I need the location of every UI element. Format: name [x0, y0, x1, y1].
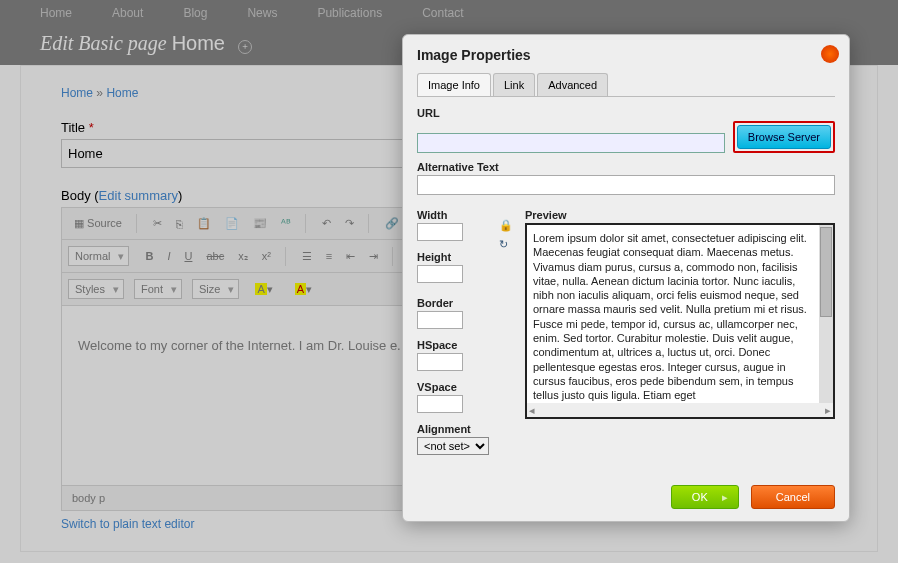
- url-input[interactable]: [417, 133, 725, 153]
- browse-highlight: Browse Server: [733, 121, 835, 153]
- vspace-input[interactable]: [417, 395, 463, 413]
- hspace-label: HSpace: [417, 339, 487, 351]
- scrollbar-vertical[interactable]: [819, 225, 833, 403]
- close-icon[interactable]: [821, 45, 839, 63]
- cancel-button[interactable]: Cancel: [751, 485, 835, 509]
- hspace-input[interactable]: [417, 353, 463, 371]
- tab-advanced[interactable]: Advanced: [537, 73, 608, 96]
- alignment-label: Alignment: [417, 423, 487, 435]
- browse-server-button[interactable]: Browse Server: [737, 125, 831, 149]
- border-label: Border: [417, 297, 487, 309]
- height-input[interactable]: [417, 265, 463, 283]
- tab-image-info[interactable]: Image Info: [417, 73, 491, 96]
- border-input[interactable]: [417, 311, 463, 329]
- width-input[interactable]: [417, 223, 463, 241]
- preview-label: Preview: [525, 209, 835, 221]
- url-label: URL: [417, 107, 835, 119]
- dialog-title: Image Properties: [417, 47, 835, 63]
- preview-area: Lorem ipsum dolor sit amet, consectetuer…: [525, 223, 835, 419]
- alt-input[interactable]: [417, 175, 835, 195]
- tab-link[interactable]: Link: [493, 73, 535, 96]
- lock-icon[interactable]: 🔒: [499, 219, 513, 232]
- image-properties-dialog: Image Properties Image Info Link Advance…: [402, 34, 850, 522]
- alt-label: Alternative Text: [417, 161, 835, 173]
- ok-button[interactable]: OK: [671, 485, 739, 509]
- vspace-label: VSpace: [417, 381, 487, 393]
- reset-icon[interactable]: ↻: [499, 238, 513, 251]
- dialog-tabs: Image Info Link Advanced: [417, 73, 835, 97]
- scrollbar-horizontal[interactable]: ◂▸: [527, 403, 833, 417]
- width-label: Width: [417, 209, 487, 221]
- alignment-select[interactable]: <not set>: [417, 437, 489, 455]
- height-label: Height: [417, 251, 487, 263]
